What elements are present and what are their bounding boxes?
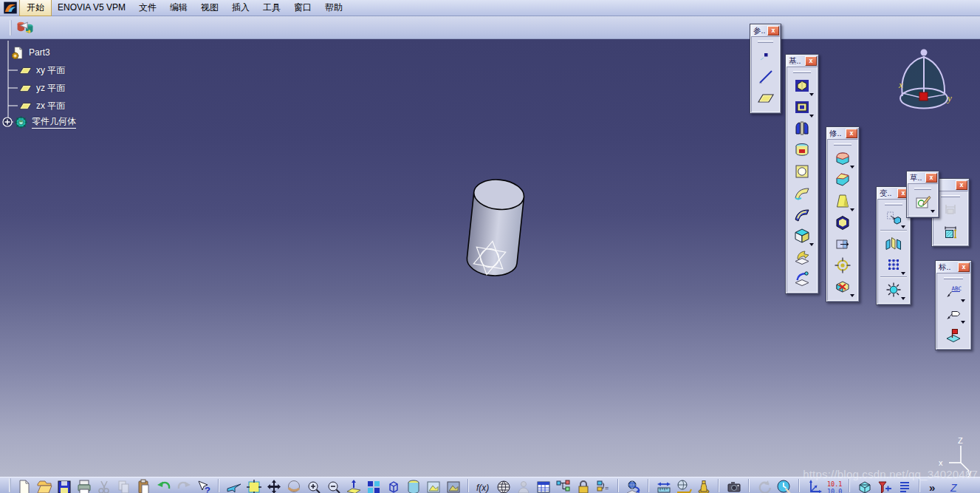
datum-target-button[interactable] [943, 324, 964, 345]
toolbar-title-bar[interactable]: 参..x [751, 25, 780, 36]
translate-button[interactable] [883, 208, 904, 228]
more-tools-button[interactable]: » [926, 478, 944, 493]
groove-button[interactable] [792, 140, 812, 160]
lock-button[interactable] [575, 478, 592, 493]
multi-section-solid-button[interactable] [792, 247, 812, 268]
fly-mode-button[interactable] [225, 478, 243, 493]
thread-button[interactable] [832, 255, 853, 276]
dropdown-arrow-icon[interactable] [850, 294, 854, 297]
tree-node-part-body[interactable]: 零件几何体 [14, 115, 76, 129]
catia-logo-icon[interactable] [0, 0, 20, 16]
chamfer-button[interactable] [832, 169, 853, 190]
dropdown-arrow-icon[interactable] [850, 208, 854, 211]
copy-button[interactable] [115, 478, 133, 493]
refresh-button[interactable] [755, 478, 773, 493]
toolbar-drag-handle[interactable] [944, 277, 963, 279]
toolbar-drag-handle[interactable] [914, 188, 931, 190]
toolbar-drag-handle[interactable] [834, 143, 851, 146]
new-document-button[interactable] [16, 478, 33, 493]
tree-node-yz-plane[interactable]: yz 平面 [18, 81, 65, 95]
axis-system-button[interactable] [806, 478, 823, 493]
removed-multi-section-button[interactable] [792, 268, 812, 289]
cylinder-part[interactable] [439, 166, 565, 314]
dropdown-arrow-icon[interactable] [809, 115, 814, 118]
toolbar-drag-handle[interactable] [10, 20, 12, 35]
sketch-based-features-toolbar[interactable]: 基..x [785, 54, 819, 294]
close-icon[interactable]: x [846, 129, 857, 138]
fillet-button[interactable] [832, 148, 853, 169]
close-icon[interactable]: x [958, 262, 970, 272]
dropdown-arrow-icon[interactable] [961, 299, 965, 302]
scale-button[interactable] [883, 279, 904, 300]
normal-view-button[interactable] [345, 478, 363, 493]
dropdown-arrow-icon[interactable] [931, 210, 935, 213]
menu-item-1[interactable]: ENOVIA V5 VPM [51, 0, 132, 16]
pattern-button[interactable] [883, 254, 904, 275]
print-button[interactable] [75, 478, 93, 493]
shading-style-button[interactable] [405, 478, 422, 493]
vpm-save-button[interactable] [16, 18, 35, 37]
pan-button[interactable] [265, 478, 283, 493]
compass[interactable]: x y [885, 41, 966, 123]
hide-show-button[interactable] [425, 478, 442, 493]
redo-button[interactable] [175, 478, 193, 493]
tree-part-body-label[interactable]: 零件几何体 [32, 115, 76, 129]
pocket-button[interactable] [792, 97, 812, 118]
dropdown-arrow-icon[interactable] [901, 225, 905, 228]
dress-up-features-toolbar[interactable]: 修..x [826, 126, 860, 302]
measure-item-button[interactable] [675, 478, 693, 493]
sketch-button[interactable] [913, 192, 933, 213]
menu-item-3[interactable]: 编辑 [163, 0, 194, 16]
reference-elements-toolbar[interactable]: 参..x [750, 24, 781, 114]
zoom-in-button[interactable] [305, 478, 323, 493]
toolbar-title-bar[interactable]: 基..x [787, 55, 818, 67]
toolbar-title-bar[interactable]: 草..x [908, 172, 938, 183]
line-button[interactable] [755, 67, 776, 87]
text-with-leader-button[interactable]: ABC [943, 282, 964, 302]
mean-dimensions-button[interactable]: 10.110.0 [826, 478, 843, 493]
design-table-button[interactable] [535, 478, 552, 493]
measure-inertia-button[interactable] [695, 478, 713, 493]
flag-note-button[interactable] [943, 303, 964, 324]
tree-plane-label[interactable]: xy 平面 [36, 64, 65, 77]
rules-button[interactable]: = [594, 478, 612, 493]
toolbar-title-bar[interactable]: 变..x [877, 188, 910, 199]
shaft-button[interactable] [792, 118, 812, 139]
undo-button[interactable] [155, 478, 173, 493]
dropdown-arrow-icon[interactable] [961, 321, 965, 324]
toolbar-drag-handle[interactable] [941, 195, 961, 197]
tree-root-label[interactable]: Part3 [29, 47, 50, 58]
tree-node-xy-plane[interactable]: xy 平面 [18, 63, 65, 78]
tree-node-zx-plane[interactable]: zx 平面 [18, 98, 65, 113]
close-icon[interactable]: x [925, 173, 937, 183]
solid-combine-button[interactable] [792, 225, 812, 246]
toolbar-drag-handle[interactable] [758, 41, 773, 43]
spec-list-button[interactable] [896, 478, 914, 493]
measure-between-button[interactable] [655, 478, 673, 493]
thickness-button[interactable] [832, 234, 853, 254]
dropdown-arrow-icon[interactable] [901, 297, 905, 300]
open-button[interactable] [35, 478, 53, 493]
tree-plane-label[interactable]: zx 平面 [36, 100, 65, 112]
comment-button[interactable] [495, 478, 513, 493]
manikin-button[interactable] [515, 478, 532, 493]
constraint-button[interactable] [940, 221, 961, 242]
close-icon[interactable]: x [805, 56, 817, 66]
menu-item-7[interactable]: 窗口 [287, 0, 318, 16]
isolate-button[interactable] [856, 478, 874, 493]
constraint-dialog-button[interactable] [940, 200, 961, 220]
dropdown-arrow-icon[interactable] [809, 243, 814, 246]
annotations-toolbar[interactable]: 标..xABC [935, 260, 972, 350]
plane-button[interactable] [755, 88, 776, 109]
toolbar-drag-handle[interactable] [885, 203, 902, 205]
sketcher-toolbar[interactable]: 草..x [906, 171, 939, 218]
tree-plane-label[interactable]: yz 平面 [36, 82, 65, 95]
dropdown-arrow-icon[interactable] [901, 272, 905, 275]
toolbar-title-bar[interactable]: 标..x [936, 262, 970, 273]
help-button[interactable]: ? [195, 478, 213, 493]
fit-all-in-button[interactable] [245, 478, 263, 493]
swap-visible-space-button[interactable] [445, 478, 462, 493]
menu-item-5[interactable]: 插入 [225, 0, 256, 16]
point-button[interactable] [755, 45, 776, 66]
mirror-button[interactable] [883, 233, 904, 254]
